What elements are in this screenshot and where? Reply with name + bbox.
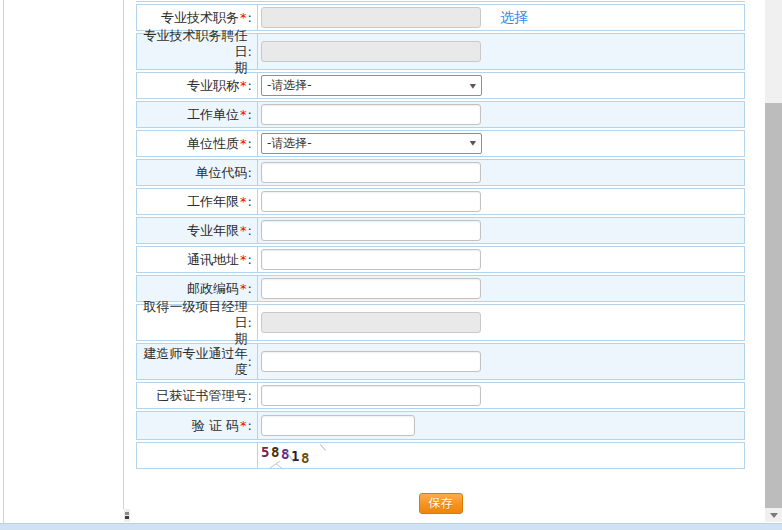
label-colon: : xyxy=(248,10,252,26)
vertical-scrollbar-thumb[interactable] xyxy=(765,103,782,508)
field-label-cell: 验 证 码*: xyxy=(137,412,258,439)
field-label-cell: 专业技术职务聘任日 期: xyxy=(137,34,258,69)
required-asterisk: * xyxy=(240,136,247,152)
post-appointment-date-input xyxy=(261,41,481,62)
scroll-down-button[interactable] xyxy=(765,508,782,522)
field-label-cell: 取得一级项目经理日 期: xyxy=(137,305,258,340)
required-asterisk: * xyxy=(240,194,247,210)
qualification-pass-year-input[interactable] xyxy=(261,351,481,372)
vertical-scrollbar-track[interactable] xyxy=(765,0,782,522)
postal-code-input[interactable] xyxy=(261,278,481,299)
field-input-cell: -请选择-▼ xyxy=(258,131,744,156)
label-colon: : xyxy=(248,315,252,331)
field-label: 已获证书管理号 xyxy=(157,388,248,404)
label-colon: : xyxy=(248,44,252,60)
label-colon: : xyxy=(248,418,252,434)
left-page-border xyxy=(3,0,4,523)
label-colon: : xyxy=(248,388,252,404)
content-divider-line xyxy=(123,0,124,509)
captcha-digit: 8 xyxy=(301,451,309,465)
field-label-cell: 已获证书管理号: xyxy=(137,383,258,408)
bottom-scrollbar-strip[interactable] xyxy=(0,523,782,530)
field-label: 专业年限 xyxy=(187,223,239,239)
field-label-cell: 工作年限*: xyxy=(137,189,258,214)
professional-years-input[interactable] xyxy=(261,220,481,241)
professional-tech-post-choose-link[interactable]: 选择 xyxy=(500,9,528,27)
form-row-work-years: 工作年限*: xyxy=(136,188,745,215)
field-input-cell xyxy=(258,344,744,379)
captcha-noise-line xyxy=(320,444,326,451)
field-input-cell: 选择 xyxy=(258,5,744,30)
field-label-cell: 专业技术职务*: xyxy=(137,5,258,30)
field-input-cell xyxy=(258,34,744,69)
field-input-cell xyxy=(258,247,744,272)
field-label: 专业技术职务 xyxy=(161,10,239,26)
captcha-digit: 5 xyxy=(261,445,269,459)
required-asterisk: * xyxy=(240,78,247,94)
field-input-cell xyxy=(258,102,744,127)
field-label: 验 证 码 xyxy=(192,418,239,434)
captcha-input-input[interactable] xyxy=(261,415,415,436)
field-label: 专业技术职务聘任日 期 xyxy=(138,28,248,76)
required-asterisk: * xyxy=(240,281,247,297)
existing-cert-number-input[interactable] xyxy=(261,385,481,406)
field-label-cell: 通讯地址*: xyxy=(137,247,258,272)
form-row-mailing-address: 通讯地址*: xyxy=(136,246,745,273)
captcha-image: 58818 xyxy=(261,444,341,468)
field-input-cell: 58818 xyxy=(258,443,744,468)
mini-scrollbar[interactable] xyxy=(124,509,130,522)
first-class-pm-date-input xyxy=(261,312,481,333)
required-asterisk: * xyxy=(240,418,247,434)
required-asterisk: * xyxy=(240,252,247,268)
field-input-cell xyxy=(258,189,744,214)
field-label: 工作单位 xyxy=(187,107,239,123)
field-label: 专业职称 xyxy=(187,78,239,94)
field-label-cell: 邮政编码*: xyxy=(137,276,258,301)
clipped-row-sliver xyxy=(136,0,745,2)
form-row-unit-code: 单位代码: xyxy=(136,159,745,186)
label-colon: : xyxy=(248,165,252,181)
field-label-cell: 专业职称*: xyxy=(137,73,258,98)
required-asterisk: * xyxy=(240,10,247,26)
form-row-post-appointment-date: 专业技术职务聘任日 期: xyxy=(136,33,745,70)
captcha-noise-line xyxy=(276,463,284,470)
form-row-unit-type: 单位性质*:-请选择-▼ xyxy=(136,130,745,157)
professional-title-select[interactable]: -请选择-▼ xyxy=(261,75,482,96)
label-colon: : xyxy=(248,194,252,210)
field-input-cell xyxy=(258,383,744,408)
work-unit-input[interactable] xyxy=(261,104,481,125)
field-label-cell: 建造师专业通过年 度: xyxy=(137,344,258,379)
form-row-captcha-image: 58818 xyxy=(136,442,745,469)
field-input-cell xyxy=(258,412,744,439)
field-label-cell: 单位性质*: xyxy=(137,131,258,156)
form-table: 专业技术职务*:选择专业技术职务聘任日 期:专业职称*:-请选择-▼工作单位*:… xyxy=(136,4,745,469)
form-row-captcha-input: 验 证 码*: xyxy=(136,411,745,440)
field-label: 建造师专业通过年 度 xyxy=(144,346,248,378)
form-row-professional-years: 专业年限*: xyxy=(136,217,745,244)
field-input-cell xyxy=(258,218,744,243)
field-input-cell xyxy=(258,160,744,185)
field-label: 工作年限 xyxy=(187,194,239,210)
field-label-cell xyxy=(137,443,258,468)
form-row-first-class-pm-date: 取得一级项目经理日 期: xyxy=(136,304,745,341)
mailing-address-input[interactable] xyxy=(261,249,481,270)
selected-option-label: -请选择- xyxy=(267,77,312,94)
form-row-existing-cert-number: 已获证书管理号: xyxy=(136,382,745,409)
label-colon: : xyxy=(248,136,252,152)
form-row-work-unit: 工作单位*: xyxy=(136,101,745,128)
form-row-professional-title: 专业职称*:-请选择-▼ xyxy=(136,72,745,99)
unit-type-select[interactable]: -请选择-▼ xyxy=(261,133,482,154)
save-row: 保存 xyxy=(136,492,745,514)
selected-option-label: -请选择- xyxy=(267,135,312,152)
label-colon: : xyxy=(248,223,252,239)
save-button[interactable]: 保存 xyxy=(419,493,463,514)
field-input-cell xyxy=(258,305,744,340)
mini-scrollbar-dot xyxy=(125,512,129,515)
work-years-input[interactable] xyxy=(261,191,481,212)
dropdown-arrow-icon: ▼ xyxy=(470,140,476,147)
unit-code-input[interactable] xyxy=(261,162,481,183)
scroll-down-arrow-icon xyxy=(770,513,778,518)
field-input-cell xyxy=(258,276,744,301)
field-label-cell: 工作单位*: xyxy=(137,102,258,127)
label-colon: : xyxy=(248,281,252,297)
